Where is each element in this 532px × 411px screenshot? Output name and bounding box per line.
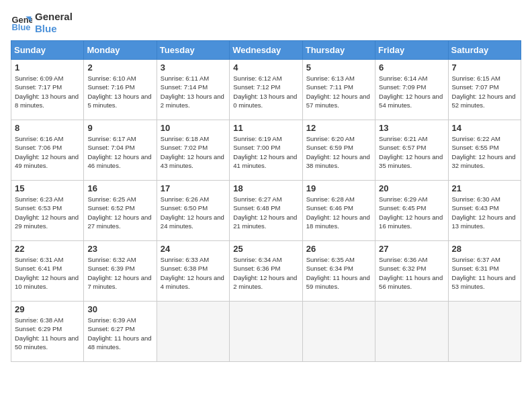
- day-number: 11: [233, 123, 298, 133]
- cell-sunrise: Sunrise: 6:10 AM: [87, 75, 136, 82]
- day-cell-30: 30 Sunrise: 6:39 AM Sunset: 6:27 PM Dayl…: [84, 302, 157, 362]
- day-cell-5: 5 Sunrise: 6:13 AM Sunset: 7:11 PM Dayli…: [302, 60, 375, 120]
- empty-cell: [230, 302, 302, 362]
- day-number: 22: [15, 244, 80, 254]
- day-number: 17: [161, 183, 226, 193]
- cell-sunrise: Sunrise: 6:36 AM: [379, 256, 427, 263]
- cell-sunset: Sunset: 6:34 PM: [306, 265, 353, 272]
- cell-sunset: Sunset: 7:07 PM: [452, 83, 499, 91]
- calendar-table: SundayMondayTuesdayWednesdayThursdayFrid…: [11, 40, 521, 362]
- cell-daylight: Daylight: 12 hours and 32 minutes.: [452, 153, 516, 169]
- day-cell-20: 20 Sunrise: 6:29 AM Sunset: 6:45 PM Dayl…: [375, 181, 448, 241]
- week-row-3: 15 Sunrise: 6:23 AM Sunset: 6:53 PM Dayl…: [11, 181, 521, 241]
- cell-sunset: Sunset: 7:17 PM: [15, 83, 62, 91]
- cell-sunset: Sunset: 6:57 PM: [379, 144, 426, 151]
- day-number: 23: [87, 244, 152, 254]
- cell-daylight: Daylight: 12 hours and 10 minutes.: [15, 274, 79, 290]
- day-cell-4: 4 Sunrise: 6:12 AM Sunset: 7:12 PM Dayli…: [230, 60, 302, 120]
- cell-daylight: Daylight: 12 hours and 24 minutes.: [161, 214, 224, 230]
- logo-text-blue: Blue: [35, 23, 73, 35]
- day-number: 13: [379, 123, 444, 133]
- day-cell-13: 13 Sunrise: 6:21 AM Sunset: 6:57 PM Dayl…: [375, 120, 448, 181]
- day-cell-18: 18 Sunrise: 6:27 AM Sunset: 6:48 PM Dayl…: [230, 181, 302, 241]
- day-number: 21: [452, 183, 517, 193]
- cell-sunrise: Sunrise: 6:25 AM: [87, 195, 136, 203]
- cell-sunset: Sunset: 6:29 PM: [15, 325, 62, 332]
- day-cell-8: 8 Sunrise: 6:16 AM Sunset: 7:06 PM Dayli…: [11, 120, 84, 181]
- day-cell-6: 6 Sunrise: 6:14 AM Sunset: 7:09 PM Dayli…: [375, 60, 448, 120]
- cell-sunset: Sunset: 6:55 PM: [452, 144, 499, 151]
- day-number: 2: [87, 62, 152, 73]
- logo-icon: General Blue: [11, 12, 32, 34]
- cell-sunrise: Sunrise: 6:39 AM: [87, 316, 136, 324]
- cell-daylight: Daylight: 12 hours and 41 minutes.: [233, 153, 297, 169]
- cell-sunrise: Sunrise: 6:30 AM: [452, 195, 500, 203]
- cell-sunrise: Sunrise: 6:37 AM: [452, 256, 500, 263]
- week-row-4: 22 Sunrise: 6:31 AM Sunset: 6:41 PM Dayl…: [11, 241, 521, 302]
- cell-sunrise: Sunrise: 6:16 AM: [15, 135, 63, 142]
- day-number: 30: [87, 304, 152, 314]
- cell-sunset: Sunset: 6:32 PM: [379, 265, 426, 272]
- cell-sunrise: Sunrise: 6:26 AM: [161, 195, 209, 203]
- day-number: 6: [379, 62, 444, 73]
- cell-daylight: Daylight: 11 hours and 53 minutes.: [452, 274, 516, 290]
- cell-sunset: Sunset: 7:04 PM: [87, 144, 134, 151]
- day-cell-19: 19 Sunrise: 6:28 AM Sunset: 6:46 PM Dayl…: [302, 181, 375, 241]
- day-cell-10: 10 Sunrise: 6:18 AM Sunset: 7:02 PM Dayl…: [157, 120, 229, 181]
- header: General Blue General Blue: [11, 11, 521, 35]
- day-number: 1: [15, 62, 80, 73]
- cell-daylight: Daylight: 12 hours and 54 minutes.: [379, 93, 443, 109]
- cell-sunrise: Sunrise: 6:21 AM: [379, 135, 427, 142]
- cell-sunrise: Sunrise: 6:38 AM: [15, 316, 63, 324]
- cell-sunrise: Sunrise: 6:27 AM: [233, 195, 281, 203]
- cell-sunrise: Sunrise: 6:32 AM: [87, 256, 136, 263]
- cell-sunrise: Sunrise: 6:11 AM: [161, 75, 209, 82]
- cell-sunset: Sunset: 6:48 PM: [233, 204, 280, 212]
- cell-daylight: Daylight: 12 hours and 27 minutes.: [87, 214, 151, 230]
- day-number: 7: [452, 62, 517, 73]
- cell-daylight: Daylight: 12 hours and 35 minutes.: [379, 153, 443, 169]
- cell-sunset: Sunset: 7:14 PM: [161, 83, 208, 91]
- day-cell-24: 24 Sunrise: 6:33 AM Sunset: 6:38 PM Dayl…: [157, 241, 229, 302]
- cell-daylight: Daylight: 12 hours and 18 minutes.: [306, 214, 370, 230]
- header-saturday: Saturday: [448, 41, 521, 60]
- cell-sunset: Sunset: 7:12 PM: [233, 83, 280, 91]
- cell-sunrise: Sunrise: 6:34 AM: [233, 256, 281, 263]
- cell-sunrise: Sunrise: 6:35 AM: [306, 256, 355, 263]
- day-number: 4: [233, 62, 298, 73]
- cell-daylight: Daylight: 12 hours and 29 minutes.: [15, 214, 79, 230]
- day-number: 29: [15, 304, 80, 314]
- empty-cell: [448, 302, 521, 362]
- cell-sunset: Sunset: 6:41 PM: [15, 265, 62, 272]
- day-number: 3: [161, 62, 226, 73]
- day-cell-15: 15 Sunrise: 6:23 AM Sunset: 6:53 PM Dayl…: [11, 181, 84, 241]
- cell-daylight: Daylight: 12 hours and 7 minutes.: [87, 274, 151, 290]
- cell-sunset: Sunset: 6:43 PM: [452, 204, 499, 212]
- cell-daylight: Daylight: 12 hours and 43 minutes.: [161, 153, 224, 169]
- day-cell-27: 27 Sunrise: 6:36 AM Sunset: 6:32 PM Dayl…: [375, 241, 448, 302]
- cell-sunrise: Sunrise: 6:22 AM: [452, 135, 500, 142]
- header-thursday: Thursday: [302, 41, 375, 60]
- day-number: 14: [452, 123, 517, 133]
- cell-sunset: Sunset: 6:39 PM: [87, 265, 134, 272]
- header-tuesday: Tuesday: [157, 41, 229, 60]
- cell-sunset: Sunset: 6:31 PM: [452, 265, 499, 272]
- cell-daylight: Daylight: 12 hours and 57 minutes.: [306, 93, 370, 109]
- cell-sunrise: Sunrise: 6:09 AM: [15, 75, 63, 82]
- day-cell-3: 3 Sunrise: 6:11 AM Sunset: 7:14 PM Dayli…: [157, 60, 229, 120]
- week-row-2: 8 Sunrise: 6:16 AM Sunset: 7:06 PM Dayli…: [11, 120, 521, 181]
- day-cell-23: 23 Sunrise: 6:32 AM Sunset: 6:39 PM Dayl…: [84, 241, 157, 302]
- day-cell-14: 14 Sunrise: 6:22 AM Sunset: 6:55 PM Dayl…: [448, 120, 521, 181]
- day-number: 19: [306, 183, 371, 193]
- cell-sunrise: Sunrise: 6:15 AM: [452, 75, 500, 82]
- cell-daylight: Daylight: 12 hours and 16 minutes.: [379, 214, 443, 230]
- cell-sunset: Sunset: 6:50 PM: [161, 204, 208, 212]
- day-cell-16: 16 Sunrise: 6:25 AM Sunset: 6:52 PM Dayl…: [84, 181, 157, 241]
- day-cell-28: 28 Sunrise: 6:37 AM Sunset: 6:31 PM Dayl…: [448, 241, 521, 302]
- day-number: 18: [233, 183, 298, 193]
- cell-sunrise: Sunrise: 6:20 AM: [306, 135, 355, 142]
- cell-sunrise: Sunrise: 6:28 AM: [306, 195, 355, 203]
- day-number: 15: [15, 183, 80, 193]
- logo: General Blue General Blue: [11, 11, 73, 35]
- header-wednesday: Wednesday: [230, 41, 302, 60]
